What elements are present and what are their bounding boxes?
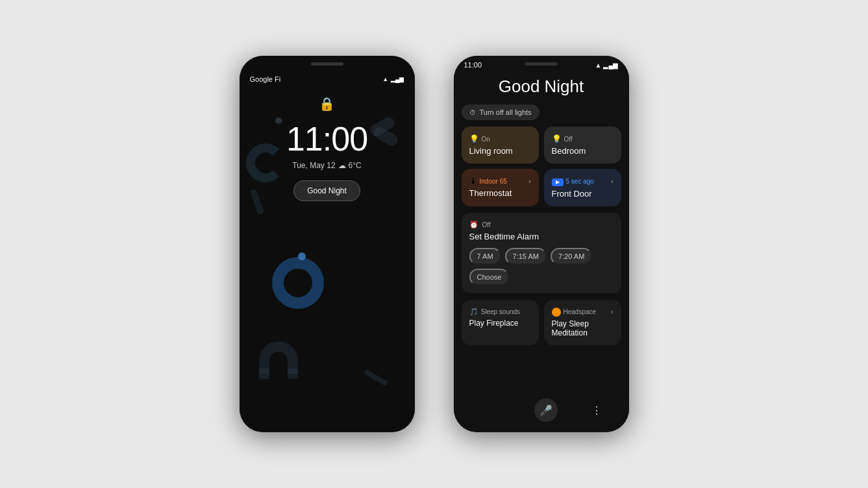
music-note-icon: 🎵 <box>469 308 478 316</box>
alarm-choose-button[interactable]: Choose <box>469 269 510 286</box>
temp-icon: 🌡 <box>469 177 477 186</box>
sleep-sounds-label: Sleep sounds <box>481 308 521 315</box>
shape-ring-blue <box>272 257 324 309</box>
headspace-source: Headspace <box>552 308 597 317</box>
sleep-sounds-source: 🎵 Sleep sounds <box>469 308 521 316</box>
shape-c <box>246 143 285 182</box>
alarm-715am-button[interactable]: 7:15 AM <box>505 248 547 265</box>
device-card-thermostat[interactable]: 🌡 Indoor 65 › Thermostat <box>462 169 539 206</box>
speaker-grille <box>311 62 343 66</box>
thermostat-status: Indoor 65 <box>480 178 507 185</box>
camera-icon: ▶ <box>552 177 564 186</box>
device-card-front-door[interactable]: ▶ 5 sec ago › Front Door <box>544 169 621 206</box>
device-card-header-1: 💡 On <box>469 134 531 143</box>
bedroom-status: Off <box>564 136 573 143</box>
lock-screen-phone: Google Fi ▲ ▂▄▆ 🔒 11:00 Tue, May 12 ☁ 6°… <box>240 56 415 432</box>
headspace-chevron-icon: › <box>611 308 613 315</box>
media-card-sleep-sounds[interactable]: 🎵 Sleep sounds Play Fireplace <box>462 300 539 345</box>
temp-text: 6°C <box>349 161 362 170</box>
lights-off-button[interactable]: ⏱ Turn off all lights <box>462 104 539 120</box>
lock-date: Tue, May 12 ☁ 6°C <box>292 161 361 170</box>
decorative-shapes <box>240 56 415 432</box>
shape-magnet <box>259 341 298 374</box>
alarm-title: Set Bedtime Alarm <box>469 232 614 241</box>
play-sleep-meditation-title: Play Sleep Meditation <box>552 319 614 337</box>
shape-stripe-1 <box>249 188 264 215</box>
alarm-off-status: Off <box>482 221 491 228</box>
phone-top-notch <box>240 62 415 66</box>
shape-bandaid-1 <box>368 115 397 138</box>
lights-timer-icon: ⏱ <box>469 109 476 116</box>
front-door-name: Front Door <box>552 189 614 199</box>
alarm-header: ⏰ Off <box>469 221 614 229</box>
good-night-button[interactable]: Good Night <box>293 180 360 201</box>
device-card-living-room[interactable]: 💡 On Living room <box>462 127 539 164</box>
device-status-bedroom: 💡 Off <box>552 134 573 143</box>
shape-magnet-leg-2 <box>288 369 298 379</box>
living-room-name: Living room <box>469 146 531 156</box>
media-card-header-1: 🎵 Sleep sounds <box>469 308 531 316</box>
play-fireplace-title: Play Fireplace <box>469 319 531 328</box>
speaker-grille-2 <box>525 62 558 66</box>
device-card-header-4: ▶ 5 sec ago › <box>552 177 614 186</box>
headspace-dot-icon <box>552 308 561 317</box>
shape-ring-dot <box>298 252 306 260</box>
carrier-text: Google Fi <box>250 75 281 83</box>
shape-magnet-leg-1 <box>259 369 269 379</box>
home-content: ⏱ Turn off all lights 💡 On Living room <box>454 104 629 392</box>
lock-status-bar: Google Fi ▲ ▂▄▆ <box>240 75 415 83</box>
weather-icon: ☁ <box>338 161 346 170</box>
front-door-status: 5 sec ago <box>566 178 594 185</box>
alarm-clock-icon: ⏰ <box>469 221 478 229</box>
device-card-header-3: 🌡 Indoor 65 › <box>469 177 531 186</box>
alarm-720am-button[interactable]: 7:20 AM <box>551 248 592 265</box>
home-screen-phone: 11:00 ▲ ▂▄▆ Good Night ⏱ Turn off all li… <box>454 56 629 432</box>
thermostat-chevron-icon: › <box>528 178 530 185</box>
lights-btn-label: Turn off all lights <box>480 108 532 116</box>
device-grid: 💡 On Living room 💡 Off <box>462 127 621 206</box>
device-card-header-2: 💡 Off <box>552 134 614 143</box>
alarm-times: 7 AM 7:15 AM 7:20 AM Choose <box>469 248 614 286</box>
media-card-headspace[interactable]: Headspace › Play Sleep Meditation <box>544 300 621 345</box>
microphone-icon: 🎤 <box>539 404 552 417</box>
living-room-status: On <box>482 136 490 143</box>
home-title: Good Night <box>454 71 629 104</box>
shape-dot-1 <box>275 117 282 124</box>
media-card-header-2: Headspace › <box>552 308 614 317</box>
bulb-icon-2: 💡 <box>552 134 562 143</box>
wifi-icon: ▲ <box>382 76 388 82</box>
alarm-7am-button[interactable]: 7 AM <box>469 248 501 265</box>
media-grid: 🎵 Sleep sounds Play Fireplace Headspace <box>462 300 621 345</box>
home-screen: 11:00 ▲ ▂▄▆ Good Night ⏱ Turn off all li… <box>454 56 629 432</box>
device-status-living-room: 💡 On <box>469 134 490 143</box>
front-door-chevron-icon: › <box>611 178 613 185</box>
shape-dash <box>363 369 388 387</box>
lock-screen: Google Fi ▲ ▂▄▆ 🔒 11:00 Tue, May 12 ☁ 6°… <box>240 56 415 432</box>
lock-time: 11:00 <box>286 119 367 158</box>
home-bottom-bar: 🎤 ⋮ <box>454 392 629 432</box>
alarm-section: ⏰ Off Set Bedtime Alarm 7 AM 7:15 AM 7:2… <box>462 213 621 293</box>
date-text: Tue, May 12 <box>292 161 335 170</box>
device-status-thermostat: 🌡 Indoor 65 <box>469 177 507 186</box>
lock-icon-container: 🔒 <box>319 96 335 112</box>
bulb-icon-1: 💡 <box>469 134 479 143</box>
lock-icon: 🔒 <box>319 97 335 111</box>
phone-top-notch-2 <box>454 62 629 66</box>
bedroom-name: Bedroom <box>552 146 614 156</box>
more-options-icon[interactable]: ⋮ <box>591 404 602 417</box>
shape-bandaid-2 <box>371 125 400 148</box>
video-badge: ▶ <box>552 178 564 186</box>
headspace-label: Headspace <box>564 308 597 315</box>
status-icons: ▲ ▂▄▆ <box>382 76 404 82</box>
mic-button[interactable]: 🎤 <box>534 398 558 422</box>
signal-icon: ▂▄▆ <box>391 76 404 82</box>
device-card-bedroom[interactable]: 💡 Off Bedroom <box>544 127 621 164</box>
thermostat-name: Thermostat <box>469 188 531 198</box>
device-status-front-door: ▶ 5 sec ago <box>552 177 594 186</box>
